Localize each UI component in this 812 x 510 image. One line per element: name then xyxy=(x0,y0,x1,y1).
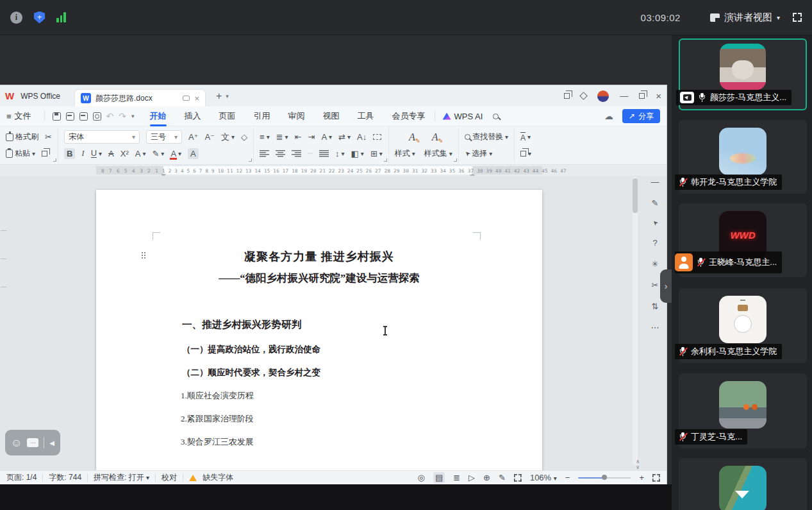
sidebar-collapse-handle[interactable]: › xyxy=(660,269,672,303)
styles-button[interactable]: 样式▾ xyxy=(395,148,415,159)
font-name-select[interactable]: 宋体 ▾ xyxy=(64,130,140,144)
show-marks-button[interactable] xyxy=(373,134,381,140)
shield-icon[interactable]: + xyxy=(34,12,45,24)
phonetic-guide-button[interactable]: 文▾ xyxy=(221,132,235,143)
left-pane-handles[interactable]: ——— xyxy=(1,227,6,290)
snippet-tool-icon[interactable]: ✂ xyxy=(652,280,659,290)
page-view-icon[interactable]: ▤ xyxy=(433,472,445,483)
participant-tile[interactable] xyxy=(679,458,807,510)
document-page[interactable]: 凝聚各方力量 推进乡村振兴 ——“德阳乡村振兴研究院”建设与运营探索 一、推进乡… xyxy=(96,190,542,470)
decrease-font-button[interactable]: A⁻ xyxy=(204,132,215,142)
bold-button[interactable]: B xyxy=(64,148,75,159)
file-menu[interactable]: ≡ 文件 xyxy=(6,110,31,122)
align-left-button[interactable] xyxy=(260,150,269,157)
search-icon[interactable] xyxy=(493,114,499,119)
next-page-icon[interactable]: ∨ xyxy=(636,465,640,470)
fit-page-icon[interactable] xyxy=(514,474,522,482)
zoom-level[interactable]: 106% ▾ xyxy=(530,473,557,482)
account-avatar[interactable] xyxy=(597,90,609,102)
print-preview-icon[interactable] xyxy=(93,112,101,121)
font-size-select[interactable]: 三号 ▾ xyxy=(146,130,182,144)
collapse-bar-button[interactable]: ◀ xyxy=(49,439,54,446)
justify-button[interactable] xyxy=(308,153,313,154)
tab-review[interactable]: 审阅 xyxy=(287,108,306,124)
align-center-button[interactable] xyxy=(276,150,285,157)
scroll-more-icon[interactable] xyxy=(735,491,749,498)
tab-list-caret-icon[interactable]: ▾ xyxy=(226,93,229,99)
select-tool-icon[interactable]: ➤ xyxy=(650,219,659,228)
proofread-button[interactable]: 校对 xyxy=(162,472,177,483)
wps-home-tab[interactable]: WPS Office xyxy=(21,92,60,101)
help-icon[interactable]: ? xyxy=(652,238,657,248)
scrollbar-thumb[interactable] xyxy=(633,178,638,213)
info-icon[interactable]: i xyxy=(10,12,22,24)
restore-button[interactable] xyxy=(639,93,645,99)
tab-home[interactable]: 开始 xyxy=(149,108,168,124)
more-tools-icon[interactable]: ⋯ xyxy=(651,323,659,332)
eye-protect-icon[interactable]: ◎ xyxy=(418,473,425,482)
group-expand-icon[interactable] xyxy=(454,158,457,162)
cloud-sync-icon[interactable]: ☁ xyxy=(604,111,613,121)
clear-format-button[interactable]: ◇ xyxy=(241,132,247,142)
page-indicator[interactable]: 页面: 1/4 xyxy=(6,472,37,483)
integrations-icon[interactable] xyxy=(579,92,588,100)
highlight-button[interactable]: ✎▾ xyxy=(152,149,164,158)
settings-icon[interactable]: ✳ xyxy=(652,259,659,269)
play-view-icon[interactable]: ▷ xyxy=(468,473,475,482)
horizontal-ruler[interactable]: 8 7 6 5 4 3 2 1 1 2 3 4 5 6 7 8 9 10 11 … xyxy=(0,165,667,176)
char-scale-button[interactable]: A▾ xyxy=(321,132,332,142)
participant-tile[interactable]: 韩开龙-马克思主义学院 xyxy=(679,120,807,194)
missing-font-warning[interactable]: 缺失字体 xyxy=(203,472,233,483)
print-icon[interactable] xyxy=(79,112,88,121)
vertical-scrollbar[interactable] xyxy=(633,177,638,465)
select-button[interactable]: ➤ 选择 ▾ xyxy=(465,148,492,159)
workspace-icon[interactable] xyxy=(564,93,570,99)
fullscreen-icon[interactable] xyxy=(793,13,802,22)
view-mode-button[interactable]: 演讲者视图 ▾ xyxy=(710,12,780,24)
web-view-icon[interactable]: ⊕ xyxy=(483,473,490,482)
char-shading-button[interactable]: A xyxy=(188,148,199,159)
participant-tile[interactable]: 颜莎莎-马克思主义... xyxy=(679,38,807,110)
sort-button[interactable]: A↓ xyxy=(357,132,367,142)
tab-page[interactable]: 页面 xyxy=(218,108,237,124)
sync-scroll-icon[interactable]: ⇅ xyxy=(652,302,659,311)
document-tab[interactable]: W 颜莎莎思路.docx × xyxy=(74,89,206,106)
find-replace-button[interactable]: 查找替换 ▾ xyxy=(465,132,508,142)
pen-tool-icon[interactable]: ✎ xyxy=(652,198,659,208)
tab-insert[interactable]: 插入 xyxy=(183,108,203,124)
group-expand-icon[interactable] xyxy=(384,158,387,162)
spellcheck-status[interactable]: 拼写检查: 打开 ▾ xyxy=(94,472,149,483)
tab-reference[interactable]: 引用 xyxy=(253,108,272,124)
underline-button[interactable]: U▾ xyxy=(91,149,102,158)
zoom-out-button[interactable]: − xyxy=(565,473,570,482)
increase-indent-button[interactable]: ⇥ xyxy=(308,132,315,142)
new-tab-button[interactable]: + xyxy=(216,90,222,102)
font-color-button[interactable]: A▾ xyxy=(170,149,181,158)
superscript-button[interactable]: X² xyxy=(120,149,129,158)
zoom-slider[interactable] xyxy=(578,477,631,479)
align-right-button[interactable] xyxy=(292,150,301,157)
increase-font-button[interactable]: A⁺ xyxy=(188,132,199,142)
text-effects-button[interactable]: A▾ xyxy=(135,149,146,158)
shading-button[interactable]: ◧▾ xyxy=(351,149,364,158)
paste-button[interactable]: 粘贴 ▾ xyxy=(6,148,35,159)
text-wrap-button[interactable]: ⇄▾ xyxy=(338,132,351,142)
emoji-button[interactable]: ☺ xyxy=(11,438,22,448)
zoom-in-button[interactable]: + xyxy=(639,473,644,482)
borders-button[interactable]: ⊞▾ xyxy=(370,149,383,158)
distribute-button[interactable] xyxy=(319,150,329,157)
wps-ai-tab[interactable]: WPS AI xyxy=(443,112,483,121)
group-expand-icon[interactable] xyxy=(53,158,56,162)
group-expand-icon[interactable] xyxy=(249,158,252,162)
format-painter-button[interactable]: 格式刷 xyxy=(6,132,38,142)
zoom-slider-handle[interactable] xyxy=(602,475,607,480)
italic-button[interactable]: I xyxy=(81,148,84,158)
style-set-button[interactable]: 样式集▾ xyxy=(424,148,452,159)
numbering-button[interactable]: ≣▾ xyxy=(276,132,288,142)
copy-button[interactable] xyxy=(42,151,47,157)
collapse-toolbar-icon[interactable]: — xyxy=(651,177,659,187)
share-button[interactable]: ↗ 分享 xyxy=(622,109,660,123)
decrease-indent-button[interactable]: ⇤ xyxy=(295,132,302,142)
participant-tile[interactable]: WWD 王晓峰-马克思主... xyxy=(679,203,807,277)
save-icon[interactable] xyxy=(53,112,61,121)
